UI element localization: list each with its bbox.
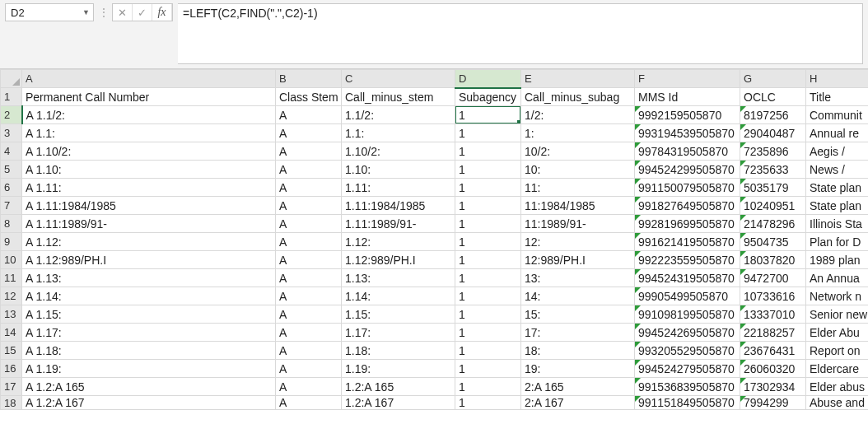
cell[interactable]: 1.2:A 165 [342, 378, 455, 396]
chevron-down-icon[interactable]: ▼ [82, 8, 90, 16]
cell[interactable]: A [276, 342, 342, 360]
cancel-icon[interactable]: ✕ [113, 4, 133, 21]
cell[interactable]: Annual re [806, 124, 869, 142]
cell[interactable]: A [276, 124, 342, 142]
cell[interactable]: 13: [521, 269, 635, 287]
cell[interactable]: MMS Id [635, 88, 740, 106]
cell[interactable]: 26060320 [740, 360, 806, 378]
cell[interactable]: A [276, 215, 342, 233]
cell[interactable]: 1/2: [521, 106, 635, 124]
row-header[interactable]: 2 [1, 106, 22, 124]
cell[interactable]: 1.1/2: [342, 106, 455, 124]
cell[interactable]: 18037820 [740, 251, 806, 269]
cell[interactable]: A 1.2:A 165 [22, 378, 276, 396]
cell[interactable]: 12:989/PH.I [521, 251, 635, 269]
cell[interactable]: 1.19: [342, 360, 455, 378]
name-box[interactable]: D2 ▼ [5, 3, 94, 21]
cell[interactable]: Call_minus_subag [521, 88, 635, 106]
row-header[interactable]: 10 [1, 251, 22, 269]
cell[interactable]: 19: [521, 360, 635, 378]
cell[interactable]: OCLC [740, 88, 806, 106]
cell[interactable]: Communit [806, 106, 869, 124]
cell[interactable]: Aegis / [806, 142, 869, 161]
cell[interactable]: A 1.12: [22, 233, 276, 251]
cell[interactable]: A [276, 179, 342, 197]
cell[interactable]: A 1.18: [22, 342, 276, 360]
cell[interactable]: 1.1: [342, 124, 455, 142]
cell[interactable]: A [276, 251, 342, 269]
col-header-E[interactable]: E [521, 70, 635, 88]
row-header[interactable]: 16 [1, 360, 22, 378]
row-header[interactable]: 5 [1, 161, 22, 179]
cell[interactable]: An Annua [806, 269, 869, 287]
cell[interactable]: 1.2:A 167 [342, 396, 455, 410]
cell[interactable]: 13337010 [740, 305, 806, 324]
row-header[interactable]: 7 [1, 197, 22, 215]
cell[interactable]: 994524269505870 [635, 324, 740, 342]
cell[interactable]: 11:1989/91- [521, 215, 635, 233]
row-header[interactable]: 17 [1, 378, 22, 396]
fx-icon[interactable]: fx [152, 4, 172, 21]
cell[interactable]: A 1.11:1984/1985 [22, 197, 276, 215]
cell[interactable]: 1 [455, 396, 521, 410]
cell[interactable]: Network n [806, 287, 869, 305]
row-header[interactable]: 1 [1, 88, 22, 106]
cell[interactable]: 2:A 165 [521, 378, 635, 396]
cell[interactable]: 991098199505870 [635, 305, 740, 324]
cell[interactable]: 7235896 [740, 142, 806, 161]
row-header[interactable]: 6 [1, 179, 22, 197]
cell[interactable]: 29040487 [740, 124, 806, 142]
col-header-C[interactable]: C [342, 70, 455, 88]
cell[interactable]: State plan [806, 179, 869, 197]
cell[interactable]: A [276, 197, 342, 215]
cell[interactable]: 17: [521, 324, 635, 342]
cell[interactable]: A [276, 305, 342, 324]
cell[interactable]: A [276, 106, 342, 124]
cell[interactable]: 1.11:1984/1985 [342, 197, 455, 215]
cell[interactable]: 1 [455, 197, 521, 215]
cell[interactable]: A [276, 233, 342, 251]
cell[interactable]: A 1.11:1989/91- [22, 215, 276, 233]
cell[interactable]: Plan for D [806, 233, 869, 251]
cell[interactable]: 11: [521, 179, 635, 197]
cell[interactable]: 1.11: [342, 179, 455, 197]
cell[interactable]: 9472700 [740, 269, 806, 287]
row-header[interactable]: 8 [1, 215, 22, 233]
cell[interactable]: 14: [521, 287, 635, 305]
cell[interactable]: A 1.1/2: [22, 106, 276, 124]
cell[interactable]: 1 [455, 378, 521, 396]
cell[interactable]: 10733616 [740, 287, 806, 305]
cell[interactable]: 1.18: [342, 342, 455, 360]
row-header[interactable]: 4 [1, 142, 22, 161]
cell[interactable]: 1 [455, 324, 521, 342]
cell[interactable]: 1 [455, 179, 521, 197]
row-header[interactable]: 11 [1, 269, 22, 287]
cell[interactable]: 12: [521, 233, 635, 251]
cell[interactable]: A [276, 396, 342, 410]
cell[interactable]: 2:A 167 [521, 396, 635, 410]
row-header[interactable]: 3 [1, 124, 22, 142]
cell[interactable]: 1 [455, 161, 521, 179]
row-header[interactable]: 15 [1, 342, 22, 360]
cell[interactable]: Title [806, 88, 869, 106]
cell[interactable]: 99905499505870 [635, 287, 740, 305]
cell[interactable]: 1.14: [342, 287, 455, 305]
col-header-D[interactable]: D [455, 70, 521, 88]
cell[interactable]: 10240951 [740, 197, 806, 215]
cell[interactable]: 7994299 [740, 396, 806, 410]
cell[interactable]: Elder Abu [806, 324, 869, 342]
col-header-H[interactable]: H [806, 70, 869, 88]
cell[interactable]: A [276, 269, 342, 287]
cell[interactable]: 994524299505870 [635, 161, 740, 179]
enter-icon[interactable]: ✓ [133, 4, 152, 21]
col-header-A[interactable]: A [22, 70, 276, 88]
cell[interactable]: 1.13: [342, 269, 455, 287]
cell[interactable]: 1 [455, 360, 521, 378]
cell[interactable]: A 1.17: [22, 324, 276, 342]
cell[interactable]: 1989 plan [806, 251, 869, 269]
cell[interactable]: A [276, 324, 342, 342]
cell[interactable]: 1.10/2: [342, 142, 455, 161]
cell[interactable]: 991150079505870 [635, 179, 740, 197]
cell[interactable]: Senior new [806, 305, 869, 324]
cell[interactable]: 992223559505870 [635, 251, 740, 269]
